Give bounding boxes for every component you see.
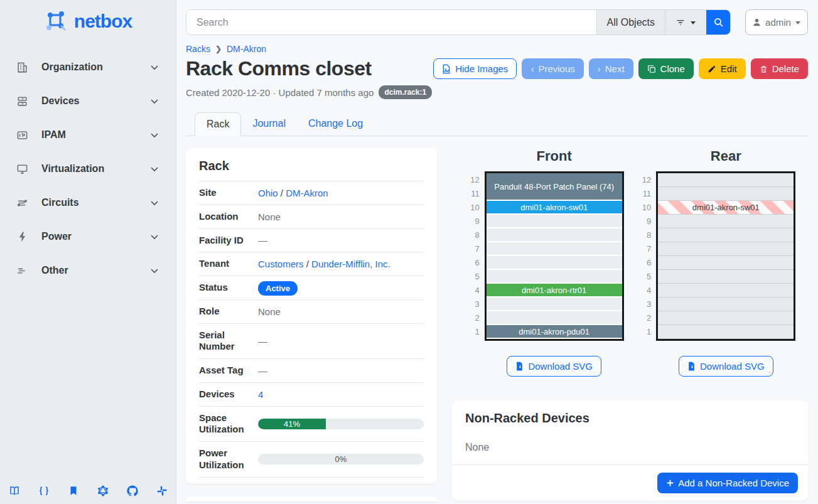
- attr-label: Location: [199, 211, 258, 223]
- attr-row-location: Location None: [199, 205, 424, 228]
- sidebar-item-other[interactable]: Other: [0, 254, 176, 287]
- separator: /: [281, 188, 283, 198]
- unit-number: 4: [465, 284, 480, 298]
- attr-row-facility-id: Facility ID —: [199, 228, 424, 252]
- hide-images-button[interactable]: Hide Images: [433, 58, 517, 79]
- sidebar-item-virtualization[interactable]: Virtualization: [0, 152, 176, 186]
- edit-label: Edit: [721, 63, 737, 74]
- app-window: netbox Organization Devices: [0, 0, 818, 504]
- attr-row-serial: Serial Number —: [199, 323, 424, 359]
- empty-rack-unit[interactable]: [487, 228, 622, 242]
- download-file-icon: [515, 362, 524, 371]
- empty-rack-unit[interactable]: [658, 173, 794, 187]
- empty-rack-unit[interactable]: [487, 270, 622, 284]
- sidebar-item-ipam[interactable]: IPAM: [0, 118, 176, 152]
- unit-number: 6: [636, 256, 651, 270]
- graphql-icon[interactable]: [97, 485, 109, 496]
- rack-device-dmi01-akron-sw01[interactable]: dmi01-akron-sw01: [658, 201, 794, 215]
- edit-button[interactable]: Edit: [699, 58, 746, 79]
- sidebar-item-organization[interactable]: Organization: [0, 50, 176, 84]
- user-menu-button[interactable]: admin: [745, 9, 808, 35]
- rear-rack-diagram: dmi01-akron-sw01: [656, 171, 795, 341]
- circuits-icon: [16, 196, 29, 209]
- caret-down-icon: [690, 19, 696, 26]
- devices-count-link[interactable]: 4: [258, 389, 263, 400]
- api-braces-icon[interactable]: [38, 485, 50, 496]
- add-non-racked-device-button[interactable]: Add a Non-Racked Device: [657, 473, 798, 493]
- tab-change-log[interactable]: Change Log: [297, 112, 374, 136]
- github-icon[interactable]: [127, 485, 138, 496]
- rack-device-dmi01-akron-sw01[interactable]: dmi01-akron-sw01: [487, 201, 622, 215]
- chevron-down-icon: [149, 265, 159, 276]
- meta-row: Created 2020-12-20 · Updated 7 months ag…: [186, 85, 808, 99]
- unit-number: 2: [636, 311, 651, 325]
- breadcrumb-racks-link[interactable]: Racks: [186, 44, 210, 54]
- netbox-logo[interactable]: netbox: [0, 6, 176, 35]
- next-button[interactable]: › Next: [589, 58, 633, 79]
- site-group-link[interactable]: DM-Akron: [286, 188, 328, 198]
- unit-number: 10: [465, 201, 480, 215]
- space-utilization-bar: 41%: [258, 419, 424, 429]
- empty-rack-unit[interactable]: [487, 242, 622, 256]
- empty-rack-unit[interactable]: [658, 228, 794, 242]
- attr-label: Devices: [199, 389, 258, 400]
- sidebar-footer-links: [0, 485, 176, 496]
- clone-button[interactable]: Clone: [638, 58, 694, 79]
- empty-rack-unit[interactable]: [487, 311, 622, 325]
- rack-device-dmi01-akron-rtr01[interactable]: dmi01-akron-rtr01: [487, 284, 622, 298]
- empty-rack-unit[interactable]: [487, 298, 622, 311]
- breadcrumb-dm-akron-link[interactable]: DM-Akron: [227, 44, 266, 54]
- unit-number: 4: [636, 284, 651, 298]
- tab-rack[interactable]: Rack: [195, 112, 241, 136]
- empty-rack-unit[interactable]: [658, 242, 794, 256]
- rack-device-dmi01-akron-pdu01[interactable]: dmi01-akron-pdu01: [487, 325, 622, 339]
- unit-number: 6: [465, 256, 480, 270]
- empty-rack-unit[interactable]: [658, 215, 794, 228]
- sidebar-item-power[interactable]: Power: [0, 220, 176, 254]
- add-non-racked-device-label: Add a Non-Racked Device: [678, 478, 789, 488]
- space-utilization-label: 41%: [284, 419, 300, 429]
- search-input[interactable]: [186, 10, 596, 35]
- empty-rack-unit[interactable]: [658, 270, 794, 284]
- empty-rack-unit[interactable]: [658, 284, 794, 298]
- separator: /: [306, 259, 309, 269]
- slack-icon[interactable]: [156, 485, 168, 496]
- bookmark-icon[interactable]: [68, 485, 79, 496]
- empty-rack-unit[interactable]: [658, 325, 794, 339]
- empty-rack-unit[interactable]: [658, 311, 794, 325]
- unit-number: 10: [636, 201, 651, 215]
- tenant-group-link[interactable]: Customers: [258, 259, 304, 269]
- tenant-link[interactable]: Dunder-Mifflin, Inc.: [311, 259, 390, 269]
- chevron-down-icon: [149, 96, 159, 106]
- next-card-partial: [186, 496, 437, 501]
- sidebar-item-devices[interactable]: Devices: [0, 84, 176, 118]
- empty-rack-unit[interactable]: [487, 215, 622, 228]
- unit-number: 11: [636, 187, 651, 201]
- docs-book-icon[interactable]: [9, 485, 20, 496]
- role-value: None: [258, 306, 424, 317]
- search-submit-button[interactable]: [706, 10, 730, 35]
- previous-button[interactable]: ‹ Previous: [522, 58, 583, 79]
- site-link[interactable]: Ohio: [258, 188, 278, 198]
- empty-rack-unit[interactable]: [658, 187, 794, 201]
- chevron-left-icon: ‹: [530, 63, 534, 74]
- empty-rack-unit[interactable]: [658, 256, 794, 270]
- global-search: All Objects: [186, 9, 731, 35]
- user-icon: [752, 18, 761, 27]
- empty-rack-unit[interactable]: [487, 256, 622, 270]
- delete-button[interactable]: Delete: [751, 58, 808, 79]
- netbox-logo-text: netbox: [74, 11, 132, 32]
- sidebar-item-circuits[interactable]: Circuits: [0, 186, 176, 220]
- unit-number: 9: [636, 215, 651, 228]
- tab-journal[interactable]: Journal: [241, 112, 296, 136]
- delete-label: Delete: [772, 63, 799, 74]
- search-filter-button[interactable]: [665, 10, 706, 35]
- front-download-svg-button[interactable]: Download SVG: [507, 356, 601, 377]
- rear-download-svg-button[interactable]: Download SVG: [679, 356, 773, 377]
- rack-device-panduit-48-port-patch-panel-74-[interactable]: Panduit 48-Port Patch Panel (74): [487, 173, 622, 201]
- empty-rack-unit[interactable]: [658, 298, 794, 311]
- chevron-down-icon: [149, 62, 159, 72]
- clone-label: Clone: [660, 63, 685, 74]
- search-scope-select[interactable]: All Objects: [596, 10, 665, 35]
- chevron-down-icon: [149, 198, 159, 208]
